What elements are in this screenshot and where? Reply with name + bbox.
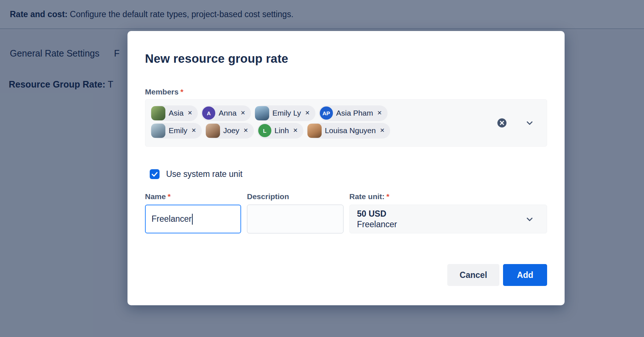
description-label: Description [247, 192, 343, 201]
field-labels-row: Name* Description Rate unit:* [145, 192, 547, 201]
remove-member-icon[interactable]: ✕ [191, 127, 197, 134]
member-chip: L Linh ✕ [257, 123, 303, 139]
rate-unit-value: 50 USD [357, 209, 525, 219]
member-name: Emily [169, 126, 187, 135]
member-avatar-initials: A [202, 106, 215, 120]
remove-member-icon[interactable]: ✕ [304, 109, 310, 117]
member-avatar-photo [151, 124, 165, 138]
rate-unit-required-mark: * [386, 192, 389, 201]
member-avatar-photo [151, 106, 165, 120]
use-system-rate-unit-label: Use system rate unit [166, 169, 243, 179]
system-rate-unit-row: Use system rate unit [150, 169, 547, 179]
member-avatar-photo [206, 124, 220, 138]
text-cursor [192, 214, 193, 225]
remove-member-icon[interactable]: ✕ [243, 127, 249, 134]
member-name: Louisa Nguyen [325, 126, 376, 135]
remove-member-icon[interactable]: ✕ [240, 109, 246, 117]
member-chip-row: Asia ✕ A Anna ✕ Emily Ly ✕ AP Asia Pham … [150, 104, 492, 122]
rate-unit-label-text: Rate unit: [349, 192, 385, 201]
member-chip: Louisa Nguyen ✕ [307, 123, 390, 139]
name-label-text: Name [145, 192, 166, 201]
member-avatar-initials: AP [320, 106, 333, 120]
member-chip-row: Emily ✕ Joey ✕ L Linh ✕ Louisa Nguyen ✕ [150, 122, 492, 139]
member-name: Anna [219, 109, 236, 117]
name-label: Name* [145, 192, 241, 201]
member-name: Asia Pham [336, 109, 373, 117]
remove-member-icon[interactable]: ✕ [187, 109, 193, 117]
member-chip: A Anna ✕ [201, 105, 251, 121]
name-required-mark: * [168, 192, 170, 201]
clear-all-members-icon[interactable] [496, 117, 507, 128]
member-name: Emily Ly [272, 109, 301, 117]
remove-member-icon[interactable]: ✕ [292, 127, 298, 134]
member-avatar-initials: L [258, 124, 271, 137]
member-name: Asia [169, 109, 184, 117]
members-label: Members* [145, 88, 547, 96]
member-chips: Asia ✕ A Anna ✕ Emily Ly ✕ AP Asia Pham … [150, 104, 492, 139]
member-chip: AP Asia Pham ✕ [319, 105, 388, 121]
member-avatar-photo [307, 124, 322, 138]
add-button[interactable]: Add [503, 264, 547, 286]
members-label-text: Members [145, 88, 178, 96]
remove-member-icon[interactable]: ✕ [376, 109, 382, 117]
cancel-button[interactable]: Cancel [447, 264, 499, 286]
name-input-value: Freelancer [152, 214, 192, 224]
rate-unit-chevron-down-icon [525, 214, 534, 224]
rate-unit-select[interactable]: 50 USD Freelancer [349, 205, 547, 233]
rate-unit-name: Freelancer [357, 219, 525, 230]
name-input[interactable]: Freelancer [145, 205, 241, 233]
description-input[interactable] [247, 205, 343, 233]
member-avatar-photo [255, 106, 269, 120]
use-system-rate-unit-checkbox[interactable] [150, 169, 160, 179]
member-chip: Emily Ly ✕ [254, 105, 315, 121]
new-resource-group-rate-dialog: New resource group rate Members* Asia ✕ … [127, 31, 565, 305]
members-required-mark: * [180, 88, 183, 96]
rate-unit-label: Rate unit:* [349, 192, 547, 201]
member-name: Linh [275, 126, 289, 135]
members-multiselect[interactable]: Asia ✕ A Anna ✕ Emily Ly ✕ AP Asia Pham … [145, 99, 547, 147]
field-inputs-row: Freelancer 50 USD Freelancer [145, 205, 547, 233]
members-chevron-down-icon[interactable] [525, 118, 534, 128]
dialog-actions: Cancel Add [145, 264, 547, 286]
dialog-title: New resource group rate [145, 52, 547, 66]
member-name: Joey [223, 126, 239, 135]
remove-member-icon[interactable]: ✕ [379, 127, 385, 134]
member-chip: Joey ✕ [205, 123, 254, 139]
member-chip: Emily ✕ [150, 123, 202, 139]
member-chip: Asia ✕ [150, 105, 198, 121]
